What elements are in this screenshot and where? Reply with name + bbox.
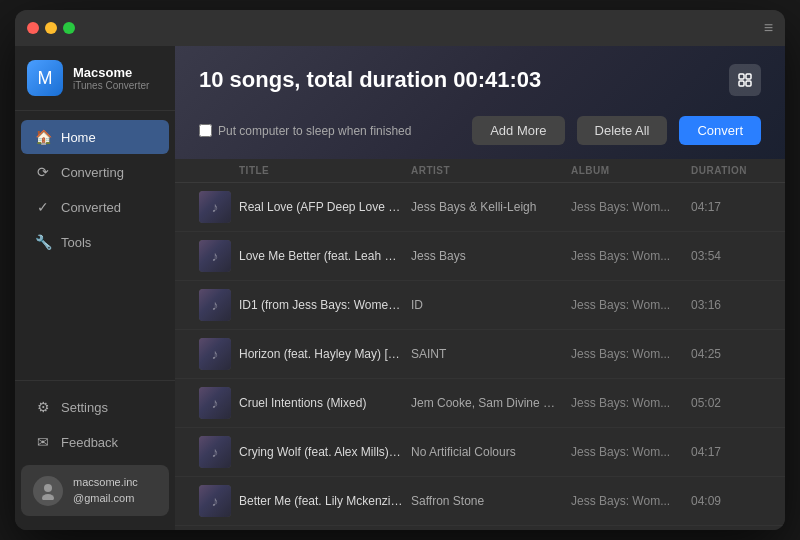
row-title-3: Horizon (feat. Hayley May) [Mixed] xyxy=(239,347,411,361)
sleep-check-label[interactable]: Put computer to sleep when finished xyxy=(199,124,460,138)
row-album-5: Jess Bays: Wom... xyxy=(571,445,691,459)
menu-icon[interactable]: ≡ xyxy=(764,19,773,37)
row-duration-5: 04:17 xyxy=(691,445,761,459)
maximize-button[interactable] xyxy=(63,22,75,34)
row-title-2: ID1 (from Jess Bays: Women In Good Co... xyxy=(239,298,411,312)
col-duration: DURATION xyxy=(691,165,761,176)
row-album-3: Jess Bays: Wom... xyxy=(571,347,691,361)
row-thumb-1 xyxy=(199,240,239,272)
table-row[interactable]: Love Me Better (feat. Leah Guest) [Dub M… xyxy=(175,232,785,281)
sidebar-item-settings[interactable]: ⚙ Settings xyxy=(21,390,169,424)
app-subtitle: iTunes Converter xyxy=(73,80,149,91)
feedback-icon: ✉ xyxy=(35,434,51,450)
expand-button[interactable] xyxy=(729,64,761,96)
sidebar-label-tools: Tools xyxy=(61,235,91,250)
avatar xyxy=(33,476,63,506)
svg-rect-5 xyxy=(746,81,751,86)
row-title-5: Crying Wolf (feat. Alex Mills) [Mixed] xyxy=(239,445,411,459)
table-row[interactable]: ID1 (from Jess Bays: Women In Good Co...… xyxy=(175,281,785,330)
row-artist-5: No Artificial Colours xyxy=(411,445,571,459)
row-artist-2: ID xyxy=(411,298,571,312)
col-artist: ARTIST xyxy=(411,165,571,176)
row-artist-1: Jess Bays xyxy=(411,249,571,263)
row-album-2: Jess Bays: Wom... xyxy=(571,298,691,312)
song-table: TITLE ARTIST ALBUM DURATION Real Love (A… xyxy=(175,159,785,530)
sidebar-item-converting[interactable]: ⟳ Converting xyxy=(21,155,169,189)
sidebar-label-converting: Converting xyxy=(61,165,124,180)
sidebar-label-converted: Converted xyxy=(61,200,121,215)
row-artist-6: Saffron Stone xyxy=(411,494,571,508)
user-profile[interactable]: macsome.inc @gmail.com xyxy=(21,465,169,516)
table-body: Real Love (AFP Deep Love Mix) [Mixed] Je… xyxy=(175,183,785,526)
app-icon: M xyxy=(27,60,63,96)
row-duration-3: 04:25 xyxy=(691,347,761,361)
row-title-0: Real Love (AFP Deep Love Mix) [Mixed] xyxy=(239,200,411,214)
convert-button[interactable]: Convert xyxy=(679,116,761,145)
row-artist-0: Jess Bays & Kelli-Leigh xyxy=(411,200,571,214)
content-area: 10 songs, total duration 00:41:03 Put co… xyxy=(175,46,785,530)
row-duration-0: 04:17 xyxy=(691,200,761,214)
row-title-1: Love Me Better (feat. Leah Guest) [Dub M… xyxy=(239,249,411,263)
row-duration-4: 05:02 xyxy=(691,396,761,410)
tools-icon: 🔧 xyxy=(35,234,51,250)
sidebar-header: M Macsome iTunes Converter xyxy=(15,46,175,111)
row-thumb-0 xyxy=(199,191,239,223)
row-thumb-4 xyxy=(199,387,239,419)
row-thumb-2 xyxy=(199,289,239,321)
svg-rect-4 xyxy=(739,81,744,86)
row-duration-2: 03:16 xyxy=(691,298,761,312)
row-album-1: Jess Bays: Wom... xyxy=(571,249,691,263)
sidebar-bottom: ⚙ Settings ✉ Feedback macsome.inc xyxy=(15,380,175,530)
sleep-check-text: Put computer to sleep when finished xyxy=(218,124,411,138)
table-row[interactable]: Horizon (feat. Hayley May) [Mixed] SAINT… xyxy=(175,330,785,379)
table-header: TITLE ARTIST ALBUM DURATION xyxy=(175,159,785,183)
close-button[interactable] xyxy=(27,22,39,34)
app-name: Macsome xyxy=(73,65,149,80)
row-album-0: Jess Bays: Wom... xyxy=(571,200,691,214)
row-thumb-6 xyxy=(199,485,239,517)
sidebar-item-converted[interactable]: ✓ Converted xyxy=(21,190,169,224)
sidebar-item-feedback[interactable]: ✉ Feedback xyxy=(21,425,169,459)
row-title-4: Cruel Intentions (Mixed) xyxy=(239,396,411,410)
main-layout: M Macsome iTunes Converter 🏠 Home ⟳ Conv… xyxy=(15,46,785,530)
svg-rect-3 xyxy=(746,74,751,79)
row-duration-6: 04:09 xyxy=(691,494,761,508)
app-title-block: Macsome iTunes Converter xyxy=(73,65,149,91)
table-row[interactable]: Crying Wolf (feat. Alex Mills) [Mixed] N… xyxy=(175,428,785,477)
user-email: macsome.inc @gmail.com xyxy=(73,475,138,506)
sidebar-item-home[interactable]: 🏠 Home xyxy=(21,120,169,154)
settings-icon: ⚙ xyxy=(35,399,51,415)
minimize-button[interactable] xyxy=(45,22,57,34)
sidebar-label-settings: Settings xyxy=(61,400,108,415)
svg-point-1 xyxy=(42,494,54,500)
table-row[interactable]: Cruel Intentions (Mixed) Jem Cooke, Sam … xyxy=(175,379,785,428)
sidebar: M Macsome iTunes Converter 🏠 Home ⟳ Conv… xyxy=(15,46,175,530)
row-album-4: Jess Bays: Wom... xyxy=(571,396,691,410)
home-icon: 🏠 xyxy=(35,129,51,145)
row-artist-3: SAINT xyxy=(411,347,571,361)
row-artist-4: Jem Cooke, Sam Divine & Ha... xyxy=(411,396,571,410)
sidebar-label-feedback: Feedback xyxy=(61,435,118,450)
add-more-button[interactable]: Add More xyxy=(472,116,564,145)
row-thumb-5 xyxy=(199,436,239,468)
traffic-lights xyxy=(27,22,75,34)
row-album-6: Jess Bays: Wom... xyxy=(571,494,691,508)
toolbar: Put computer to sleep when finished Add … xyxy=(175,108,785,159)
delete-all-button[interactable]: Delete All xyxy=(577,116,668,145)
svg-point-0 xyxy=(44,484,52,492)
content-title: 10 songs, total duration 00:41:03 xyxy=(199,67,541,93)
col-title: TITLE xyxy=(239,165,411,176)
row-duration-1: 03:54 xyxy=(691,249,761,263)
row-thumb-3 xyxy=(199,338,239,370)
content-header: 10 songs, total duration 00:41:03 xyxy=(175,46,785,108)
converted-icon: ✓ xyxy=(35,199,51,215)
sleep-checkbox[interactable] xyxy=(199,124,212,137)
table-row[interactable]: Better Me (feat. Lily Mckenzie) [Mixed] … xyxy=(175,477,785,526)
sidebar-nav: 🏠 Home ⟳ Converting ✓ Converted 🔧 Tools xyxy=(15,111,175,380)
row-title-6: Better Me (feat. Lily Mckenzie) [Mixed] xyxy=(239,494,411,508)
table-row[interactable]: Real Love (AFP Deep Love Mix) [Mixed] Je… xyxy=(175,183,785,232)
titlebar: ≡ xyxy=(15,10,785,46)
col-thumb xyxy=(199,165,239,176)
svg-rect-2 xyxy=(739,74,744,79)
sidebar-item-tools[interactable]: 🔧 Tools xyxy=(21,225,169,259)
